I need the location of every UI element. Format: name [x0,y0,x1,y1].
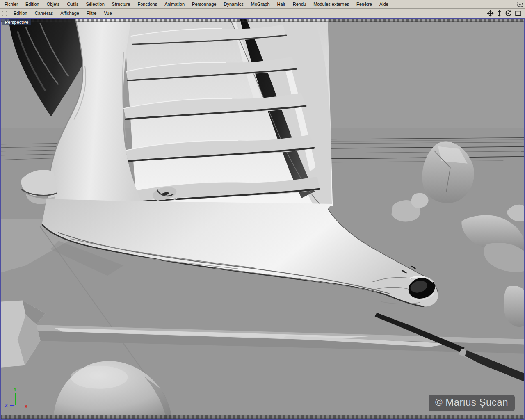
vp-menu-affichage[interactable]: Affichage [57,10,83,17]
menu-item-fonctions[interactable]: Fonctions [134,1,161,8]
axis-z-label: Z [5,403,8,408]
viewport-canvas[interactable] [1,19,524,419]
zoom-icon[interactable] [497,10,502,17]
vp-menu-vue[interactable]: Vue [100,10,115,17]
axis-y-label: Y [14,387,17,392]
menu-item-aide[interactable]: Aide [376,1,392,8]
menu-item-fenetre[interactable]: Fenêtre [353,1,376,8]
menu-item-structure[interactable]: Structure [108,1,134,8]
perspective-viewport: Perspective Y Z X © Marius Șucan [0,18,525,420]
menu-item-outils[interactable]: Outils [63,1,82,8]
rotate-icon[interactable] [505,10,512,17]
menu-item-fichier[interactable]: Fichier [1,1,22,8]
watermark: © Marius Șucan [429,395,515,411]
vp-menu-cameras[interactable]: Caméras [31,10,57,17]
menu-item-selection[interactable]: Sélection [82,1,108,8]
menu-item-dynamics[interactable]: Dynamics [220,1,247,8]
menu-item-rendu[interactable]: Rendu [289,1,310,8]
viewport-controls [487,10,522,17]
grip-dots-icon[interactable] [2,11,7,16]
main-menubar: Fichier Edition Objets Outils Sélection … [0,0,525,9]
menu-item-hair[interactable]: Hair [274,1,289,8]
menu-item-mograph[interactable]: MoGraph [247,1,274,8]
vp-menu-edition[interactable]: Edition [10,10,31,17]
window-icon[interactable] [517,2,523,7]
viewport-label: Perspective [2,19,31,25]
vp-menu-filtre[interactable]: Filtre [83,10,100,17]
menu-item-objets[interactable]: Objets [43,1,64,8]
maximize-icon[interactable] [515,10,522,16]
scene-3d [1,19,524,419]
axis-x-label: X [25,404,28,409]
pan-icon[interactable] [487,10,494,17]
viewport-toolbar: Edition Caméras Affichage Filtre Vue [0,9,525,18]
menu-item-edition[interactable]: Edition [22,1,43,8]
menu-item-personnage[interactable]: Personnage [188,1,220,8]
menu-item-modules-externes[interactable]: Modules externes [310,1,353,8]
axis-gizmo: Y Z X [4,385,32,410]
menu-item-animation[interactable]: Animation [161,1,188,8]
